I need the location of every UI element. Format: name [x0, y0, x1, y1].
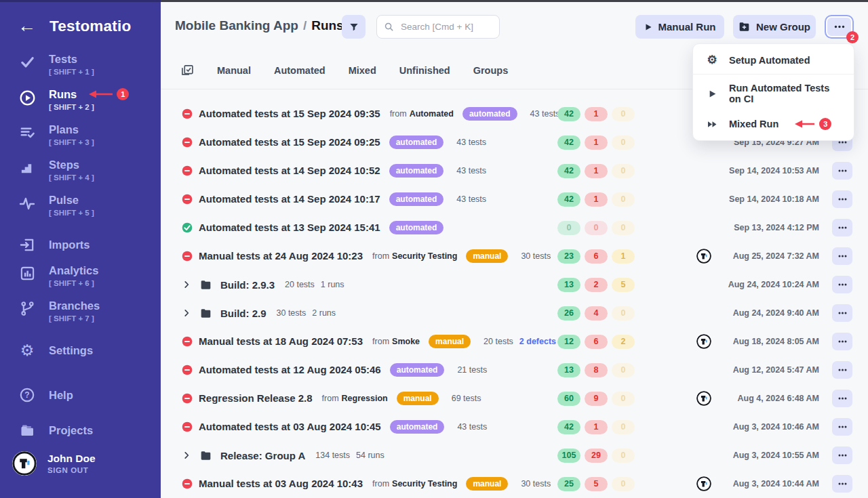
status-failed-icon	[182, 393, 193, 404]
run-row[interactable]: Automated tests at 14 Sep 2024 10:52auto…	[161, 157, 868, 185]
filter-button[interactable]	[342, 15, 366, 39]
stat-red-badge: 1	[585, 107, 608, 121]
run-title[interactable]: Automated tests at 03 Aug 2024 10:45	[199, 421, 381, 432]
run-title[interactable]: Manual tests at 24 Aug 2024 10:23	[199, 250, 363, 262]
run-row[interactable]: Manual tests at 18 Aug 2024 07:53fromSmo…	[161, 327, 868, 356]
breadcrumb-project[interactable]: Mobile Banking App	[175, 18, 298, 33]
run-title[interactable]: Automated tests at 13 Sep 2024 15:41	[199, 222, 380, 233]
tests-count: 21 tests	[457, 365, 487, 375]
sidebar-item-settings[interactable]: ⚙Settings	[0, 335, 161, 366]
run-tag-automated: automated	[389, 136, 444, 149]
sidebar-item-branches[interactable]: Branches[ SHIFT + 7 ]	[0, 299, 161, 335]
run-row[interactable]: Automated tests at 12 Aug 2024 05:46auto…	[161, 356, 868, 384]
tab-groups[interactable]: Groups	[473, 65, 509, 76]
sidebar-item-plans[interactable]: Plans[ SHIFT + 3 ]	[0, 123, 161, 159]
row-more-button[interactable]	[832, 475, 852, 493]
tab-mixed[interactable]: Mixed	[349, 65, 376, 76]
sidebar-item-analytics[interactable]: Analytics[ SHIFT + 6 ]	[0, 264, 161, 299]
run-title[interactable]: Automated tests at 12 Aug 2024 05:46	[199, 364, 381, 375]
row-more-button[interactable]	[832, 418, 852, 436]
more-actions-button[interactable]: 2	[825, 15, 854, 39]
menu-item-label: Mixed Run	[729, 119, 778, 129]
annotation-badge-3: 3	[819, 118, 831, 130]
group-row[interactable]: Build: 2.930 tests2 runs2640Aug 24, 2024…	[161, 299, 868, 327]
sidebar-item-help[interactable]: ?Help	[0, 379, 161, 411]
stat-red-badge: 1	[585, 136, 608, 150]
sidebar-item-projects[interactable]: Projects	[0, 415, 161, 446]
stat-yellow-badge: 0	[612, 136, 635, 150]
stat-yellow-badge: 0	[612, 392, 635, 406]
sidebar-item-runs[interactable]: Runs1[ SHIFT + 2 ]	[0, 88, 161, 123]
run-title[interactable]: Automated tests at 15 Sep 2024 09:35	[199, 108, 380, 119]
tab-manual[interactable]: Manual	[217, 65, 251, 76]
settings-gear-icon: ⚙	[18, 343, 37, 358]
run-type-tabs: ManualAutomatedMixedUnfinishedGroups	[180, 64, 508, 77]
tab-automated[interactable]: Automated	[274, 65, 326, 76]
chevron-right-icon[interactable]	[182, 308, 191, 318]
chevron-right-icon[interactable]	[182, 280, 191, 289]
stat-red-badge: 5	[585, 477, 608, 491]
run-title[interactable]: Manual tests at 03 Aug 2024 10:43	[199, 478, 363, 489]
row-more-button[interactable]	[832, 333, 852, 350]
stat-yellow-badge: 0	[612, 477, 635, 491]
status-failed-icon	[182, 365, 193, 375]
run-row[interactable]: Automated tests at 13 Sep 2024 15:41auto…	[161, 213, 868, 242]
row-more-button[interactable]	[832, 219, 852, 236]
group-row[interactable]: Build: 2.9.320 tests1 runs1325Aug 24, 20…	[161, 270, 868, 299]
search-icon	[384, 22, 394, 32]
run-title[interactable]: Build: 2.9	[220, 308, 267, 319]
sidebar-item-steps[interactable]: Steps[ SHIFT + 4 ]	[0, 159, 161, 194]
run-row[interactable]: Automated tests at 03 Aug 2024 10:45auto…	[161, 413, 868, 441]
row-more-button[interactable]	[832, 276, 852, 293]
run-title[interactable]: Release: Group A	[220, 450, 305, 461]
row-more-button[interactable]	[832, 447, 852, 464]
new-group-button[interactable]: New Group	[733, 15, 816, 39]
run-title[interactable]: Build: 2.9.3	[220, 279, 275, 291]
row-more-button[interactable]	[832, 390, 852, 407]
run-title[interactable]: Automated tests at 15 Sep 2024 09:25	[199, 136, 380, 148]
sidebar-item-shortcut: [ SHIFT + 6 ]	[49, 279, 98, 287]
menu-item-setup-automated[interactable]: ⚙Setup Automated	[693, 47, 854, 72]
run-title[interactable]: Automated tests at 14 Sep 2024 10:17	[199, 193, 380, 205]
status-failed-icon	[182, 108, 193, 119]
row-more-button[interactable]	[832, 190, 852, 208]
breadcrumb-page: Runs	[311, 18, 344, 33]
row-more-button[interactable]	[832, 247, 852, 265]
run-row[interactable]: Manual tests at 24 Aug 2024 10:23fromSec…	[161, 242, 868, 270]
copy-check-icon[interactable]	[180, 64, 194, 77]
run-title[interactable]: Regression Release 2.8	[199, 392, 313, 404]
sidebar-item-tests[interactable]: Tests[ SHIFT + 1 ]	[0, 53, 161, 88]
chevron-right-icon[interactable]	[182, 451, 191, 460]
run-row[interactable]: Manual tests at 03 Aug 2024 10:43fromSec…	[161, 470, 868, 498]
tests-count: 43 tests	[456, 194, 486, 204]
sidebar-user[interactable]: John Doe SIGN OUT	[0, 451, 161, 476]
run-title[interactable]: Automated tests at 14 Sep 2024 10:52	[199, 165, 380, 176]
stat-red-badge: 1	[585, 192, 608, 207]
stat-green-badge: 13	[557, 278, 580, 292]
tab-unfinished[interactable]: Unfinished	[399, 65, 450, 76]
run-tag-automated: automated	[390, 420, 445, 434]
row-more-button[interactable]	[832, 304, 852, 322]
run-stats: 105290	[557, 449, 635, 463]
tests-count: 30 tests	[277, 308, 307, 318]
manual-run-button[interactable]: Manual Run	[635, 15, 724, 39]
stat-red-badge: 4	[585, 306, 608, 320]
sidebar-item-imports[interactable]: Imports	[0, 229, 161, 260]
run-date: Aug 3, 2024 10:55 AM	[733, 451, 819, 460]
group-row[interactable]: Release: Group A134 tests54 runs105290Au…	[161, 441, 868, 470]
sidebar-item-shortcut: [ SHIFT + 5 ]	[49, 209, 94, 217]
menu-item-mixed-run[interactable]: Mixed Run3	[693, 111, 854, 137]
run-title[interactable]: Manual tests at 18 Aug 2024 07:53	[199, 335, 363, 347]
run-row[interactable]: Automated tests at 14 Sep 2024 10:17auto…	[161, 185, 868, 213]
run-row[interactable]: Regression Release 2.8fromRegressionmanu…	[161, 384, 868, 413]
sidebar-item-pulse[interactable]: Pulse[ SHIFT + 5 ]	[0, 194, 161, 229]
sign-out-link[interactable]: SIGN OUT	[47, 466, 96, 474]
defects-link[interactable]: 2 defects	[519, 337, 556, 346]
back-arrow-icon[interactable]: ←	[18, 17, 36, 35]
row-more-button[interactable]	[832, 162, 852, 180]
row-more-button[interactable]	[832, 361, 852, 379]
menu-item-run-automated-tests-on-ci[interactable]: Run Automated Tests on CI	[693, 76, 854, 111]
search-input[interactable]	[399, 21, 522, 33]
stat-green-badge: 105	[557, 449, 580, 463]
steps-icon	[18, 160, 37, 175]
